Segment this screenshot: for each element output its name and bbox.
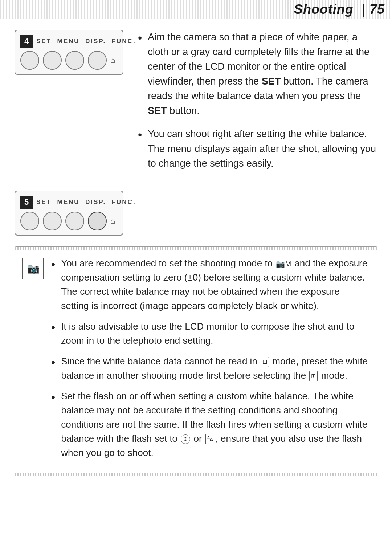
lcd-button-5-2 xyxy=(43,212,62,230)
lcd-button-5-4-highlighted xyxy=(88,212,107,230)
set-bold-2: SET xyxy=(148,105,167,116)
lcd-button-4 xyxy=(88,51,107,70)
step4-badge: 4 xyxy=(20,35,33,48)
note-bullet-1-text: You are recommended to set the shooting … xyxy=(61,256,370,313)
note-footer-stripe xyxy=(15,473,377,476)
notes-section: 📷 You are recommended to set the shootin… xyxy=(15,246,377,476)
title-divider: | xyxy=(362,2,366,17)
lcd-labels-step5: SET MENU DISP. FUNC. xyxy=(36,199,136,206)
flash-circle-icon: ⊙ xyxy=(181,434,190,444)
note-bullet-3-text: Since the white balance data cannot be r… xyxy=(61,354,370,383)
step4-bullet-2: You can shoot right after setting the wh… xyxy=(138,127,377,171)
lcd-buttons-row-step4: ⌂ xyxy=(20,51,118,70)
note-header-stripe xyxy=(15,247,377,250)
step5-badge: 5 xyxy=(20,196,33,209)
lcd-buttons-row-step5: ⌂ xyxy=(20,212,118,230)
camera-lcd-step5: 5 SET MENU DISP. FUNC. ⌂ xyxy=(15,191,123,236)
note-bullets: You are recommended to set the shooting … xyxy=(51,256,370,466)
step4-bullet-1-text: Aim the camera so that a piece of white … xyxy=(148,30,377,118)
lcd-top-bar-step5: 5 SET MENU DISP. FUNC. xyxy=(20,196,118,209)
note-icon: 📷 xyxy=(22,258,44,279)
set-bold-1: SET xyxy=(262,76,281,87)
lcd-button-3 xyxy=(65,51,84,70)
lcd-button-5-1 xyxy=(20,212,39,230)
lcd-button-5-3 xyxy=(65,212,84,230)
page-number: 75 xyxy=(369,2,385,17)
note-bullet-2-text: It is also advisable to use the LCD moni… xyxy=(61,319,370,348)
note-bullet-3: Since the white balance data cannot be r… xyxy=(51,354,370,383)
note-bullet-1: You are recommended to set the shooting … xyxy=(51,256,370,313)
flash-fa-icon: 4A xyxy=(205,434,215,445)
stitch-mode-icon-2: ⊞ xyxy=(309,371,318,381)
page-header: Shooting | 75 xyxy=(0,0,392,19)
step4-image: 4 SET MENU DISP. FUNC. ⌂ xyxy=(15,30,123,180)
step4-bullets: Aim the camera so that a piece of white … xyxy=(138,30,377,180)
lcd-labels-step4: SET MENU DISP. FUNC. xyxy=(36,38,136,45)
lcd-right-icon-step5: ⌂ xyxy=(110,216,115,226)
step5-image: 5 SET MENU DISP. FUNC. ⌂ xyxy=(15,191,123,236)
stitch-mode-icon-1: ⊞ xyxy=(261,357,269,367)
lcd-right-icon-step4: ⌂ xyxy=(110,56,115,65)
title-text: Shooting xyxy=(294,2,354,17)
step4-section: 4 SET MENU DISP. FUNC. ⌂ Aim the camera … xyxy=(15,30,377,180)
note-bullet-list: You are recommended to set the shooting … xyxy=(51,256,370,460)
note-bullet-4: Set the flash on or off when setting a c… xyxy=(51,389,370,460)
step4-bullet-2-text: You can shoot right after setting the wh… xyxy=(148,127,377,171)
lcd-top-bar-step4: 4 SET MENU DISP. FUNC. xyxy=(20,35,118,48)
step5-section: 5 SET MENU DISP. FUNC. ⌂ xyxy=(15,191,377,236)
note-bullet-4-text: Set the flash on or off when setting a c… xyxy=(61,389,370,460)
note-bullet-2: It is also advisable to use the LCD moni… xyxy=(51,319,370,348)
camera-mode-icon: 📷M xyxy=(276,258,291,269)
main-content: 4 SET MENU DISP. FUNC. ⌂ Aim the camera … xyxy=(0,19,392,491)
chapter-title: Shooting | 75 xyxy=(294,2,392,17)
lcd-button-1 xyxy=(20,51,39,70)
lcd-button-2 xyxy=(43,51,62,70)
step4-bullet-1: Aim the camera so that a piece of white … xyxy=(138,30,377,118)
note-icon-symbol: 📷 xyxy=(27,262,40,274)
note-body: 📷 You are recommended to set the shootin… xyxy=(15,250,377,473)
step4-bullet-list: Aim the camera so that a piece of white … xyxy=(138,30,377,171)
camera-lcd-step4: 4 SET MENU DISP. FUNC. ⌂ xyxy=(15,30,123,75)
